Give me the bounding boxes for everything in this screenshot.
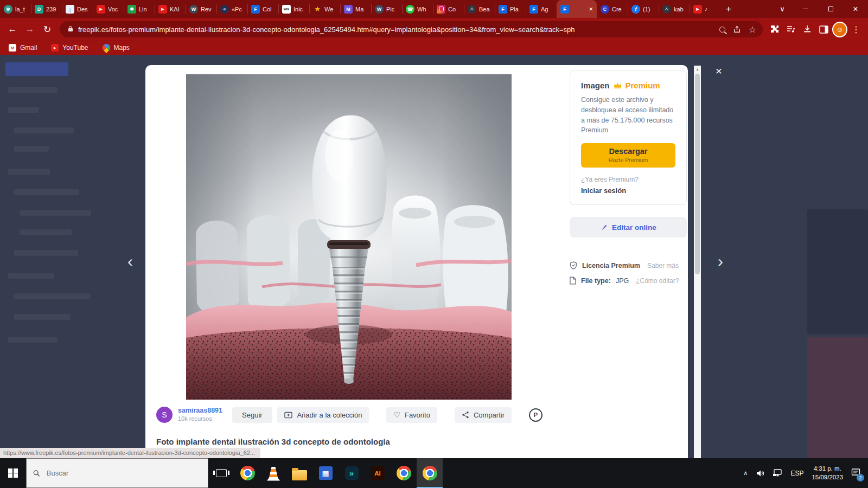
reload-button[interactable]: ↻ xyxy=(39,21,55,37)
tab-title: Rev xyxy=(201,6,213,12)
add-to-collection-button[interactable]: Añadir a la colección xyxy=(277,407,369,423)
browser-tab[interactable]: Des xyxy=(62,0,93,18)
browser-tab[interactable]: Voc xyxy=(93,0,124,18)
browser-tab[interactable]: Rev xyxy=(186,0,216,18)
bookmark-gmail[interactable]: Gmail xyxy=(9,44,37,52)
share-label: Compartir xyxy=(474,411,505,419)
modal-close-icon[interactable]: × xyxy=(711,65,727,78)
extensions-icon[interactable] xyxy=(767,22,782,37)
file-explorer-icon xyxy=(292,470,307,480)
browser-tab-active[interactable]: × xyxy=(557,0,597,18)
taskbar-app-chrome[interactable] xyxy=(234,458,260,488)
page-overlay: Imagen Premium Consigue este archivo y d… xyxy=(0,55,868,458)
paw-favicon xyxy=(662,5,671,14)
language-indicator[interactable]: ESP xyxy=(790,470,803,477)
side-panel-icon[interactable] xyxy=(816,22,831,37)
taskbar-search-input[interactable] xyxy=(46,468,201,478)
taskbar-search[interactable] xyxy=(26,458,208,488)
tab-title: Cre xyxy=(612,6,624,12)
taskbar-app-clipchamp[interactable] xyxy=(339,458,365,488)
browser-tab[interactable]: Wh xyxy=(402,0,433,18)
tab-search-button[interactable]: ∨ xyxy=(771,0,793,18)
bookmark-star-icon[interactable]: ☆ xyxy=(749,24,756,35)
taskbar-app-chrome-active[interactable] xyxy=(417,458,443,488)
browser-tab[interactable]: Col xyxy=(247,0,278,18)
window-close-button[interactable]: × xyxy=(843,0,868,18)
share-icon[interactable] xyxy=(733,25,741,34)
browser-tab[interactable]: «Pc xyxy=(216,0,247,18)
next-image-chevron[interactable]: › xyxy=(714,252,727,271)
media-controls-icon[interactable] xyxy=(783,22,799,37)
maps-icon xyxy=(101,42,112,53)
browser-tab[interactable]: We xyxy=(309,0,340,18)
dimmed-sidebar-row xyxy=(8,87,58,93)
login-link[interactable]: Iniciar sesión xyxy=(581,187,675,195)
browser-tab[interactable]: kab xyxy=(659,0,690,18)
browser-tab[interactable]: Pla xyxy=(495,0,526,18)
tab-audio-icon[interactable]: ♪ xyxy=(705,6,707,12)
edit-online-button[interactable]: Editar online xyxy=(570,217,687,237)
dimmed-sidebar-filter xyxy=(5,62,68,76)
browser-menu-icon[interactable]: ⋮ xyxy=(848,22,864,37)
taskbar-app-chrome[interactable] xyxy=(391,458,417,488)
browser-tab[interactable]: KAI xyxy=(155,0,186,18)
taskbar-app-task-view[interactable] xyxy=(208,458,234,488)
taskbar-app-photos[interactable] xyxy=(312,458,339,488)
profile-avatar[interactable]: ☺ xyxy=(832,22,847,37)
taskbar-app-file-explorer[interactable] xyxy=(286,458,312,488)
browser-tab[interactable]: Lin xyxy=(124,0,155,18)
taskbar-app-illustrator[interactable] xyxy=(365,458,391,488)
scrollbar-up-icon[interactable]: ▲ xyxy=(694,66,701,73)
premium-card: Imagen Premium Consigue este archivo y d… xyxy=(570,70,687,205)
scrollbar-thumb[interactable] xyxy=(695,74,700,274)
browser-tab[interactable]: 239 xyxy=(31,0,62,18)
browser-tab[interactable]: la_t xyxy=(0,0,31,18)
bookmark-youtube[interactable]: YouTube xyxy=(51,44,88,52)
favorite-button[interactable]: ♡ Favorito xyxy=(386,407,437,423)
network-icon[interactable] xyxy=(773,469,782,477)
author-name-link[interactable]: samiraas8891 xyxy=(178,407,222,415)
tab-title: Voc xyxy=(108,6,120,12)
author-avatar[interactable]: S xyxy=(156,407,173,423)
url-text[interactable]: freepik.es/fotos-premium/implante-dental… xyxy=(78,25,712,34)
browser-tab[interactable]: Ag xyxy=(526,0,557,18)
previous-image-chevron[interactable]: ‹ xyxy=(124,252,137,271)
browser-tab[interactable]: (1) xyxy=(628,0,659,18)
browser-tab[interactable]: Pic xyxy=(371,0,402,18)
new-tab-button[interactable]: + xyxy=(720,0,737,18)
license-more-link[interactable]: Saber más xyxy=(647,262,679,269)
clipchamp-icon xyxy=(345,466,359,480)
back-button[interactable]: ← xyxy=(4,21,21,37)
shield-check-icon xyxy=(570,261,577,269)
lock-icon[interactable] xyxy=(68,28,73,31)
bookmark-maps[interactable]: Maps xyxy=(103,44,130,52)
forward-button[interactable]: → xyxy=(22,21,38,37)
browser-tab[interactable]: Ma xyxy=(340,0,371,18)
browser-tab[interactable]: ♪ xyxy=(690,0,720,18)
download-button[interactable]: Descargar Hazte Premium xyxy=(581,143,675,168)
taskbar-app-vlc[interactable] xyxy=(260,458,286,488)
follow-button[interactable]: Seguir xyxy=(232,407,272,423)
clock[interactable]: 4:31 p. m. 15/09/2023 xyxy=(812,465,843,481)
brush-icon xyxy=(600,223,608,231)
hidden-icons-chevron[interactable]: ∧ xyxy=(743,470,748,477)
share-button[interactable]: Compartir xyxy=(455,407,512,423)
address-bar[interactable]: freepik.es/fotos-premium/implante-dental… xyxy=(60,21,763,37)
zoom-icon[interactable] xyxy=(719,27,725,33)
gold-star-favicon xyxy=(313,5,322,14)
browser-tab[interactable]: Cre xyxy=(597,0,628,18)
how-to-edit-link[interactable]: ¿Cómo editar? xyxy=(636,277,679,285)
notifications-icon[interactable]: 2 xyxy=(851,468,860,479)
start-button[interactable] xyxy=(0,458,26,488)
youtube-favicon xyxy=(97,5,105,14)
browser-tab[interactable]: Inic xyxy=(278,0,309,18)
window-maximize-button[interactable] xyxy=(818,0,843,18)
browser-tab[interactable]: Bea xyxy=(464,0,495,18)
volume-icon[interactable] xyxy=(756,469,764,478)
browser-tab[interactable]: Co xyxy=(433,0,464,18)
tab-close-icon[interactable]: × xyxy=(589,5,593,12)
download-icon[interactable] xyxy=(800,22,815,37)
pinterest-icon[interactable]: P xyxy=(529,408,542,422)
window-minimize-button[interactable] xyxy=(793,0,818,18)
modal-scrollbar[interactable]: ▲ xyxy=(694,66,701,458)
